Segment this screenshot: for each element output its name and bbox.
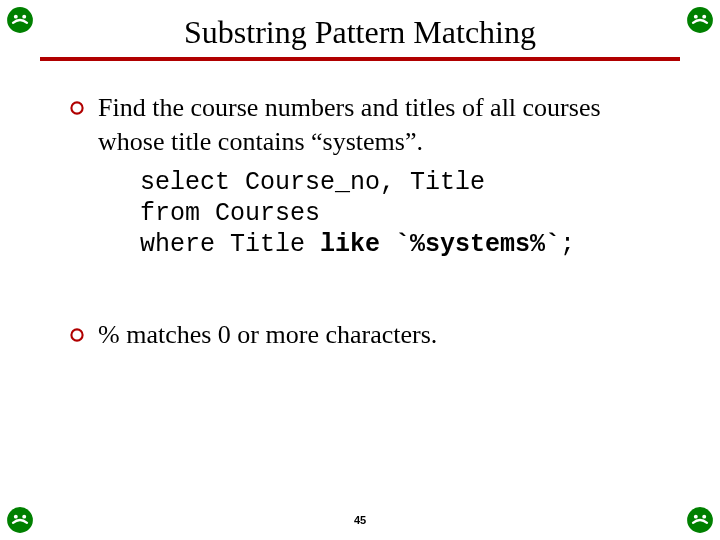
code-keyword: like [320,230,380,259]
svg-point-4 [694,15,698,19]
svg-point-12 [71,102,82,113]
bullet-text: Find the course numbers and titles of al… [98,91,670,159]
bullet-circle-icon [70,328,84,342]
page-number: 45 [0,514,720,526]
bullet-circle-icon [70,101,84,115]
bullet-item: % matches 0 or more characters. [70,318,670,352]
bullet-text: % matches 0 or more characters. [98,318,437,352]
code-pattern: `%systems%` [395,230,560,259]
slide-header: Substring Pattern Matching [0,0,720,61]
svg-point-2 [22,15,26,19]
corner-decoration-icon [686,6,714,34]
code-line: where Title [140,230,320,259]
slide-body: Find the course numbers and titles of al… [0,61,720,352]
code-line: from Courses [140,199,320,228]
code-line: select Course_no, Title [140,168,485,197]
code-text: ; [560,230,575,259]
svg-point-5 [702,15,706,19]
slide-title: Substring Pattern Matching [184,14,536,57]
code-block: select Course_no, Title from Courses whe… [140,167,670,261]
svg-point-1 [14,15,18,19]
svg-point-13 [71,330,82,341]
code-text [380,230,395,259]
bullet-item: Find the course numbers and titles of al… [70,91,670,159]
corner-decoration-icon [6,6,34,34]
